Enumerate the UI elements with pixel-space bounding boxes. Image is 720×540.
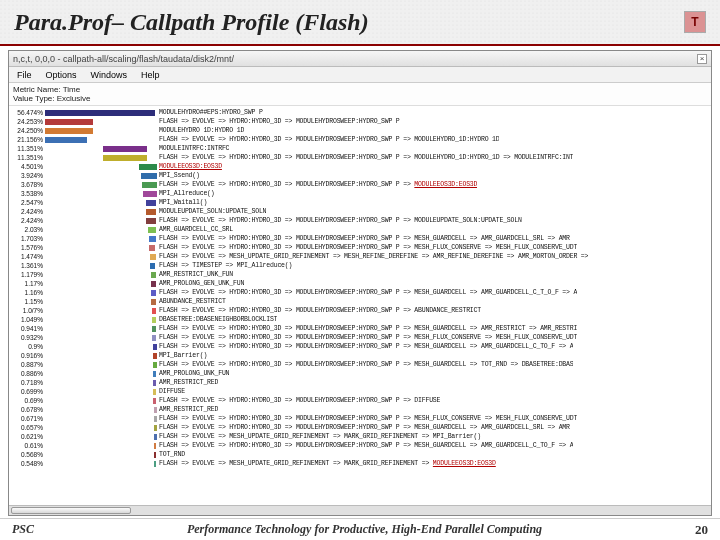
bar-wrap — [45, 182, 155, 188]
percent-value: 0.9% — [13, 343, 43, 350]
profile-row[interactable]: 3.678%FLASH => EVOLVE => HYDRO:HYDRO_3D … — [13, 180, 707, 189]
callpath-label: FLASH => EVOLVE => HYDRO:HYDRO_3D => MOD… — [159, 424, 570, 431]
profile-row[interactable]: 0.932%FLASH => EVOLVE => HYDRO:HYDRO_3D … — [13, 333, 707, 342]
profile-row[interactable]: 0.699%DIFFUSE — [13, 387, 707, 396]
profile-row[interactable]: 3.924%MPI_Ssend() — [13, 171, 707, 180]
bar-wrap — [45, 407, 155, 413]
profile-row[interactable]: 1.16%FLASH => EVOLVE => HYDRO:HYDRO_3D =… — [13, 288, 707, 297]
percent-value: 24.253% — [13, 118, 43, 125]
profile-row[interactable]: 0.548%FLASH => EVOLVE => MESH_UPDATE_GRI… — [13, 459, 707, 468]
profile-row[interactable]: 0.678%AMR_RESTRICT_RED — [13, 405, 707, 414]
callpath-label: FLASH => EVOLVE => MESH_UPDATE_GRID_REFI… — [159, 460, 496, 467]
profile-row[interactable]: 1.17%AMR_PROLONG_GEN_UNK_FUN — [13, 279, 707, 288]
callpath-label: AMR_PROLONG_GEN_UNK_FUN — [159, 280, 244, 287]
profile-row[interactable]: 11.351%MODULEINTRFC:INTRFC — [13, 144, 707, 153]
profile-row[interactable]: 0.568%TOT_RND — [13, 450, 707, 459]
page-number: 20 — [695, 522, 708, 538]
bar — [153, 389, 156, 395]
paraprof-window: n,c,t, 0,0,0 - callpath-all/scaling/flas… — [8, 50, 712, 516]
callpath-label: AMR_PROLONG_UNK_FUN — [159, 370, 229, 377]
bar — [153, 353, 157, 359]
bar — [149, 245, 155, 251]
profile-row[interactable]: 24.253%FLASH => EVOLVE => HYDRO:HYDRO_3D… — [13, 117, 707, 126]
profile-row[interactable]: 56.474%MODULEHYDRO##EPS:HYDRO_SWP P — [13, 108, 707, 117]
bar-wrap — [45, 263, 155, 269]
profile-row[interactable]: 1.703%FLASH => EVOLVE => HYDRO:HYDRO_3D … — [13, 234, 707, 243]
profile-row[interactable]: 0.657%FLASH => EVOLVE => HYDRO:HYDRO_3D … — [13, 423, 707, 432]
percent-value: 0.886% — [13, 370, 43, 377]
profile-row[interactable]: 1.361%FLASH => TIMESTEP => MPI_Allreduce… — [13, 261, 707, 270]
bar — [146, 218, 156, 224]
callpath-label: MPI_Ssend() — [159, 172, 200, 179]
profile-row[interactable]: 0.887%FLASH => EVOLVE => HYDRO:HYDRO_3D … — [13, 360, 707, 369]
profile-row[interactable]: 24.250%MODULEHYDRO 1D:HYDRO 1D — [13, 126, 707, 135]
callpath-label: FLASH => EVOLVE => MESH_UPDATE_GRID_REFI… — [159, 433, 481, 440]
profile-row[interactable]: 0.69%FLASH => EVOLVE => HYDRO:HYDRO_3D =… — [13, 396, 707, 405]
profile-row[interactable]: 1.474%FLASH => EVOLVE => MESH_UPDATE_GRI… — [13, 252, 707, 261]
close-icon[interactable]: × — [697, 54, 707, 64]
profile-row[interactable]: 4.501%MODULEEOS3D:EOS3D — [13, 162, 707, 171]
bar — [143, 191, 157, 197]
profile-row[interactable]: 2.424%MODULEUPDATE_SOLN:UPDATE_SOLN — [13, 207, 707, 216]
percent-value: 1.703% — [13, 235, 43, 242]
profile-row[interactable]: 2.547%MPI_Waitall() — [13, 198, 707, 207]
bar-wrap — [45, 236, 155, 242]
scrollbar-thumb[interactable] — [11, 507, 131, 514]
menu-windows[interactable]: Windows — [85, 69, 134, 81]
horizontal-scrollbar[interactable] — [9, 505, 711, 515]
bar — [146, 209, 156, 215]
menu-file[interactable]: File — [11, 69, 38, 81]
profile-row[interactable]: 0.671%FLASH => EVOLVE => HYDRO:HYDRO_3D … — [13, 414, 707, 423]
profile-row[interactable]: 1.0/7%FLASH => EVOLVE => HYDRO:HYDRO_3D … — [13, 306, 707, 315]
callpath-label: AMR_RESTRICT_RED — [159, 379, 218, 386]
bar — [151, 281, 156, 287]
percent-value: 11.351% — [13, 145, 43, 152]
callpath-label: MPI_Waitall() — [159, 199, 207, 206]
menu-help[interactable]: Help — [135, 69, 166, 81]
callpath-label: FLASH => EVOLVE => HYDRO:HYDRO_3D => MOD… — [159, 307, 481, 314]
percent-value: 11.351% — [13, 154, 43, 161]
callpath-label: FLASH => EVOLVE => HYDRO:HYDRO_3D => MOD… — [159, 154, 573, 161]
percent-value: 1.17% — [13, 280, 43, 287]
profile-row[interactable]: 0.718%AMR_RESTRICT_RED — [13, 378, 707, 387]
profile-row[interactable]: 1.179%AMR_RESTRICT_UNK_FUN — [13, 270, 707, 279]
value-type: Value Type: Exclusive — [13, 94, 707, 103]
profile-row[interactable]: 2.03%AMR_GUARDCELL_CC_SRL — [13, 225, 707, 234]
bar-wrap — [45, 452, 155, 458]
callpath-label: MODULEUPDATE_SOLN:UPDATE_SOLN — [159, 208, 266, 215]
bar — [154, 434, 157, 440]
bar-wrap — [45, 299, 155, 305]
percent-value: 1.179% — [13, 271, 43, 278]
bar — [150, 263, 155, 269]
bar-wrap — [45, 335, 155, 341]
profile-row[interactable]: 0.886%AMR_PROLONG_UNK_FUN — [13, 369, 707, 378]
bar-wrap — [45, 416, 155, 422]
profile-row[interactable]: 0.621%FLASH => EVOLVE => MESH_UPDATE_GRI… — [13, 432, 707, 441]
callpath-label: MODULEHYDRO 1D:HYDRO 1D — [159, 127, 244, 134]
bar — [154, 416, 157, 422]
callpath-label: MODULEEOS3D:EOS3D — [159, 163, 222, 170]
bar-wrap — [45, 443, 155, 449]
profile-row[interactable]: 21.156%FLASH => EVOLVE => HYDRO:HYDRO_3D… — [13, 135, 707, 144]
profile-bar-area[interactable]: 56.474%MODULEHYDRO##EPS:HYDRO_SWP P24.25… — [9, 106, 711, 505]
menu-options[interactable]: Options — [40, 69, 83, 81]
percent-value: 2.547% — [13, 199, 43, 206]
profile-row[interactable]: 1.576%FLASH => EVOLVE => HYDRO:HYDRO_3D … — [13, 243, 707, 252]
bar — [152, 335, 156, 341]
slide-title-bar: Para.Prof– Callpath Profile (Flash) T — [0, 0, 720, 46]
bar — [139, 164, 157, 170]
profile-row[interactable]: 1.049%DBASETREE:DBASENEIGHBORBLOCKLIST — [13, 315, 707, 324]
profile-row[interactable]: 0.9%FLASH => EVOLVE => HYDRO:HYDRO_3D =>… — [13, 342, 707, 351]
profile-row[interactable]: 1.15%ABUNDANCE_RESTRICT — [13, 297, 707, 306]
profile-row[interactable]: 2.424%FLASH => EVOLVE => HYDRO:HYDRO_3D … — [13, 216, 707, 225]
bar-wrap — [45, 218, 155, 224]
profile-row[interactable]: 3.538%MPI_Allreduce() — [13, 189, 707, 198]
bar — [103, 155, 147, 161]
profile-row[interactable]: 0.61%FLASH => EVOLVE => HYDRO:HYDRO_3D =… — [13, 441, 707, 450]
profile-row[interactable]: 11.351%FLASH => EVOLVE => HYDRO:HYDRO_3D… — [13, 153, 707, 162]
profile-row[interactable]: 0.941%FLASH => EVOLVE => HYDRO:HYDRO_3D … — [13, 324, 707, 333]
bar-wrap — [45, 290, 155, 296]
window-titlebar[interactable]: n,c,t, 0,0,0 - callpath-all/scaling/flas… — [9, 51, 711, 67]
percent-value: 0.568% — [13, 451, 43, 458]
profile-row[interactable]: 0.916%MPI_Barrier() — [13, 351, 707, 360]
